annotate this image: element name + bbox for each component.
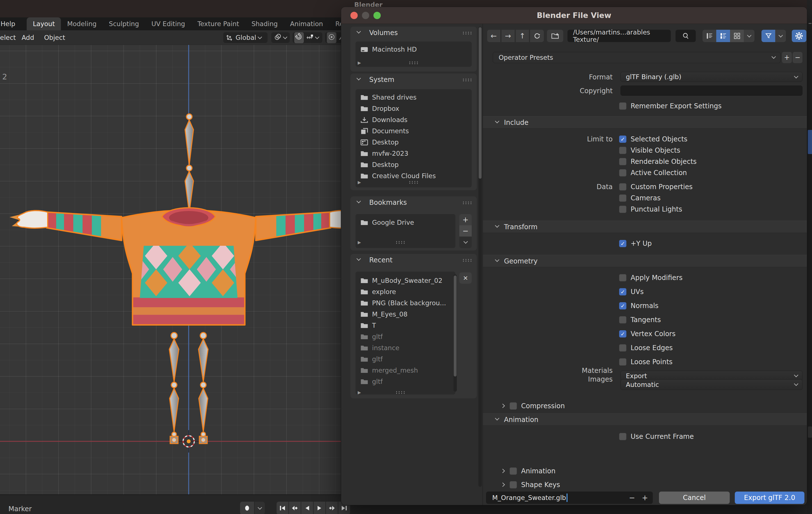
list-item[interactable]: instance (355, 342, 456, 354)
compression-checkbox[interactable] (510, 402, 517, 410)
list-item[interactable]: gltf (355, 354, 456, 365)
transform-orientation-dropdown[interactable]: Global (223, 32, 268, 43)
recent-header[interactable]: Recent (350, 254, 477, 267)
option-checkbox[interactable] (619, 344, 627, 352)
option-checkbox[interactable] (619, 158, 627, 165)
panel-grip[interactable] (462, 259, 472, 262)
jump-to-start-button[interactable] (277, 502, 288, 514)
panel-grip[interactable] (462, 78, 472, 81)
play-reverse-button[interactable] (301, 502, 313, 514)
sidebar-scrollbar[interactable] (478, 27, 482, 487)
option-checkbox[interactable] (619, 206, 627, 213)
add-preset-button[interactable]: + (782, 52, 792, 63)
cancel-button[interactable]: Cancel (659, 491, 730, 504)
filename-decrement-button[interactable]: − (627, 491, 638, 504)
workspace-tab[interactable]: Shading (245, 18, 284, 30)
system-header[interactable]: System (350, 73, 477, 86)
keying-dropdown[interactable] (255, 502, 265, 514)
operator-presets-dropdown[interactable]: Operator Presets (493, 52, 781, 63)
filename-increment-button[interactable]: + (639, 491, 650, 504)
list-item[interactable]: merged_mesh (355, 365, 456, 376)
format-select[interactable]: glTF Binary (.glb) (620, 72, 803, 82)
option-checkbox[interactable]: ✓ (619, 302, 627, 309)
option-checkbox[interactable] (619, 433, 627, 440)
resize-grip[interactable] (408, 181, 418, 184)
clear-recent-button[interactable]: ✕ (459, 272, 472, 284)
option-checkbox[interactable] (510, 467, 517, 475)
export-button[interactable]: Export glTF 2.0 (735, 491, 805, 504)
prev-keyframe-button[interactable] (289, 502, 301, 514)
list-item[interactable]: PNG (Black backgrou... (355, 297, 456, 309)
workspace-tab[interactable]: Sculpting (103, 18, 145, 30)
option-checkbox[interactable] (619, 316, 627, 324)
panel-grip[interactable] (462, 31, 472, 34)
compression-collapsed-row[interactable]: Compression (483, 399, 807, 413)
resize-grip[interactable] (395, 241, 405, 244)
next-keyframe-button[interactable] (326, 502, 338, 514)
workspace-tab[interactable]: Texture Paint (191, 18, 245, 30)
pivot-point-dropdown[interactable] (271, 32, 290, 43)
list-item[interactable]: Google Drive (355, 217, 456, 228)
include-section-header[interactable]: Include (483, 116, 807, 128)
list-item[interactable]: Macintosh HD (355, 44, 472, 55)
bookmark-options-dropdown[interactable] (459, 237, 472, 248)
list-item[interactable]: M_uBody_Sweater_02 (355, 275, 456, 286)
option-checkbox[interactable]: ✓ (619, 240, 627, 247)
menu-select[interactable]: elect (0, 30, 16, 45)
transform-section-header[interactable]: Transform (483, 220, 807, 233)
expand-icon[interactable]: ▶ (358, 60, 361, 65)
workspace-tab[interactable]: Animation (284, 18, 329, 30)
workspace-tab[interactable]: Layout (27, 18, 61, 30)
option-checkbox[interactable] (619, 274, 627, 281)
list-item[interactable]: Shared drives (355, 92, 472, 103)
animation-collapsed-row[interactable]: Animation (483, 464, 807, 478)
resize-grip[interactable] (408, 61, 418, 64)
menu-add[interactable]: Add (22, 30, 34, 45)
snap-magnet-toggle[interactable] (294, 32, 304, 43)
copyright-input[interactable] (620, 86, 803, 96)
animation-section-header[interactable]: Animation (483, 413, 807, 426)
recent-scrollbar[interactable] (454, 274, 457, 392)
remove-preset-button[interactable]: − (793, 52, 803, 63)
list-item[interactable]: gltf (355, 331, 456, 342)
shape-keys-collapsed-row[interactable]: Shape Keys (483, 478, 807, 491)
snap-target-dropdown[interactable] (306, 34, 319, 41)
option-checkbox[interactable] (619, 194, 627, 202)
geometry-section-header[interactable]: Geometry (483, 255, 807, 267)
images-select[interactable]: Automatic (620, 379, 803, 390)
list-item[interactable]: Downloads (355, 114, 472, 125)
option-checkbox[interactable]: ✓ (619, 135, 627, 143)
expand-icon[interactable]: ▶ (358, 180, 361, 185)
menu-help[interactable]: Help (1, 18, 15, 30)
list-item[interactable]: gltf (355, 376, 456, 387)
remove-bookmark-button[interactable]: − (459, 225, 472, 237)
menu-object[interactable]: Object (44, 30, 65, 45)
auto-keyframe-button[interactable] (240, 502, 254, 514)
resize-grip[interactable] (395, 391, 405, 394)
list-item[interactable]: mvfw-2023 (355, 148, 472, 159)
workspace-tab[interactable]: Modeling (61, 18, 103, 30)
remember-settings-checkbox[interactable] (619, 102, 627, 110)
list-item[interactable]: Documents (355, 125, 472, 137)
option-checkbox[interactable] (619, 183, 627, 190)
option-checkbox[interactable]: ✓ (619, 288, 627, 296)
expand-icon[interactable]: ▶ (358, 390, 361, 395)
bookmarks-header[interactable]: Bookmarks (350, 196, 477, 209)
option-checkbox[interactable] (510, 481, 517, 488)
option-checkbox[interactable] (619, 147, 627, 154)
proportional-edit-toggle[interactable] (327, 32, 337, 43)
list-item[interactable]: Desktop (355, 137, 472, 148)
list-item[interactable]: explore (355, 286, 456, 297)
list-item[interactable]: M_Eyes_08 (355, 309, 456, 320)
option-checkbox[interactable] (619, 169, 627, 177)
expand-icon[interactable]: ▶ (358, 240, 361, 245)
filename-input[interactable]: M_Orange_Sweater.glb − + (486, 491, 653, 504)
list-item[interactable]: T (355, 320, 456, 331)
volumes-header[interactable]: Volumes (350, 27, 477, 39)
workspace-tab[interactable]: UV Editing (145, 18, 191, 30)
panel-grip[interactable] (462, 201, 472, 204)
play-button[interactable] (314, 502, 325, 514)
option-checkbox[interactable]: ✓ (619, 330, 627, 337)
list-item[interactable]: Dropbox (355, 103, 472, 114)
add-bookmark-button[interactable]: + (459, 214, 472, 225)
